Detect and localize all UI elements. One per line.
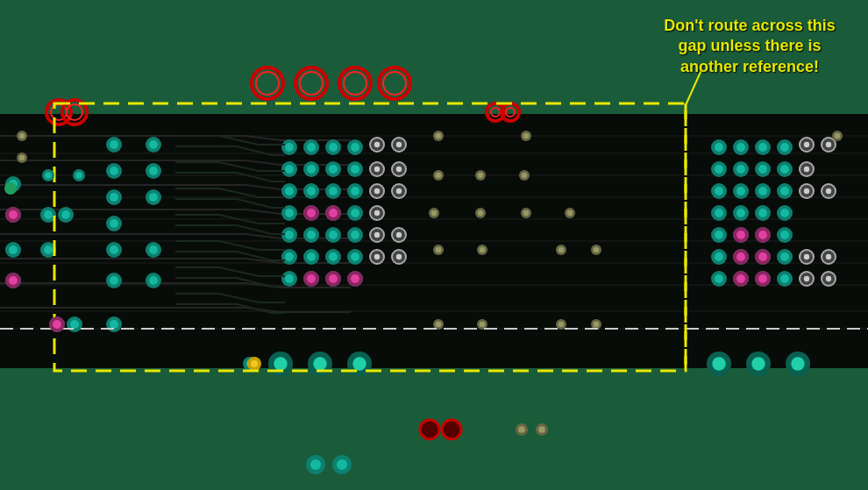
annotation-text: Don't route across this gap unless there… xyxy=(649,16,850,77)
